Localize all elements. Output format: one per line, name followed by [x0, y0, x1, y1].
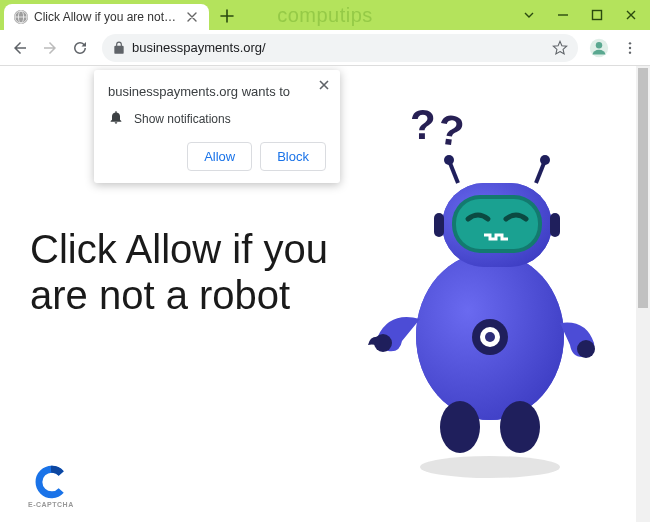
page-headline: Click Allow if you are not a robot: [30, 226, 340, 318]
permission-body: Show notifications: [108, 109, 326, 128]
lock-icon: [112, 41, 126, 55]
minimize-button[interactable]: [546, 1, 580, 29]
bell-icon: [108, 109, 124, 128]
svg-point-19: [440, 401, 480, 453]
forward-button[interactable]: [36, 34, 64, 62]
svg-line-25: [536, 163, 544, 183]
svg-point-16: [485, 332, 495, 342]
toolbar: businesspayments.org/: [0, 30, 650, 66]
svg-line-23: [450, 163, 458, 183]
back-button[interactable]: [6, 34, 34, 62]
profile-avatar[interactable]: [586, 35, 612, 61]
maximize-button[interactable]: [580, 1, 614, 29]
allow-button[interactable]: Allow: [187, 142, 252, 171]
permission-popup: businesspayments.org wants to Show notif…: [94, 70, 340, 183]
kebab-menu-icon[interactable]: [616, 34, 644, 62]
bookmark-star-icon[interactable]: [552, 40, 568, 56]
svg-point-18: [577, 340, 595, 358]
block-button[interactable]: Block: [260, 142, 326, 171]
close-icon[interactable]: [185, 10, 199, 24]
chevron-down-icon[interactable]: [512, 1, 546, 29]
svg-point-8: [629, 42, 631, 44]
svg-point-26: [540, 155, 550, 165]
watermark-text: computips: [277, 4, 373, 27]
svg-point-10: [629, 51, 631, 53]
svg-point-11: [420, 456, 560, 478]
page-body: businesspayments.org wants to Show notif…: [0, 66, 636, 522]
captcha-logo: E-CAPTCHA: [28, 465, 74, 508]
svg-point-7: [596, 42, 602, 48]
svg-rect-5: [593, 11, 602, 20]
tab-strip: Click Allow if you are not a robot: [0, 0, 239, 30]
permission-actions: Allow Block: [108, 142, 326, 171]
svg-point-20: [500, 401, 540, 453]
close-window-button[interactable]: [614, 1, 648, 29]
reload-button[interactable]: [66, 34, 94, 62]
url-text[interactable]: businesspayments.org/: [132, 40, 546, 55]
svg-rect-30: [550, 213, 560, 237]
browser-tab[interactable]: Click Allow if you are not a robot: [4, 4, 209, 30]
robot-illustration: ? ?: [350, 101, 610, 481]
globe-icon: [14, 10, 28, 24]
tab-title: Click Allow if you are not a robot: [34, 10, 179, 24]
permission-origin: businesspayments.org wants to: [108, 84, 326, 99]
new-tab-button[interactable]: [215, 4, 239, 28]
vertical-scrollbar[interactable]: [636, 66, 650, 522]
scrollbar-thumb[interactable]: [638, 68, 648, 308]
captcha-label: E-CAPTCHA: [28, 501, 74, 508]
question-marks: ? ?: [410, 101, 463, 149]
svg-point-24: [444, 155, 454, 165]
svg-point-9: [629, 46, 631, 48]
svg-rect-29: [434, 213, 444, 237]
permission-text: Show notifications: [134, 112, 231, 126]
svg-rect-28: [456, 199, 538, 249]
close-icon[interactable]: [318, 78, 330, 94]
window-controls: [512, 0, 648, 30]
captcha-icon: [34, 465, 68, 499]
viewport: businesspayments.org wants to Show notif…: [0, 66, 650, 522]
titlebar: Click Allow if you are not a robot compu…: [0, 0, 650, 30]
address-bar[interactable]: businesspayments.org/: [102, 34, 578, 62]
